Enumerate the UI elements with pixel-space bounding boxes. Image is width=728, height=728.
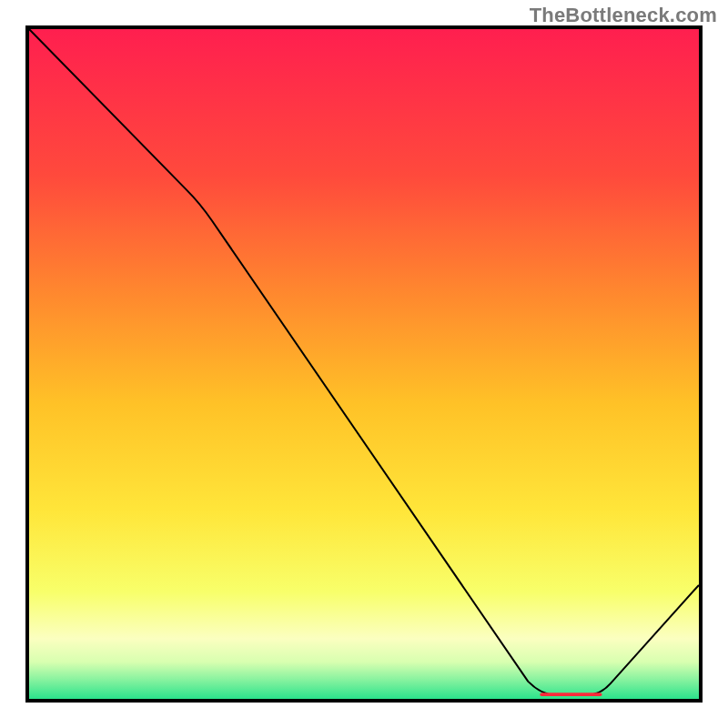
gradient-background xyxy=(29,29,699,699)
plot-frame xyxy=(25,25,703,703)
chart-stage: TheBottleneck.com xyxy=(0,0,728,728)
plot-svg xyxy=(29,29,699,699)
watermark-text: TheBottleneck.com xyxy=(530,4,717,27)
